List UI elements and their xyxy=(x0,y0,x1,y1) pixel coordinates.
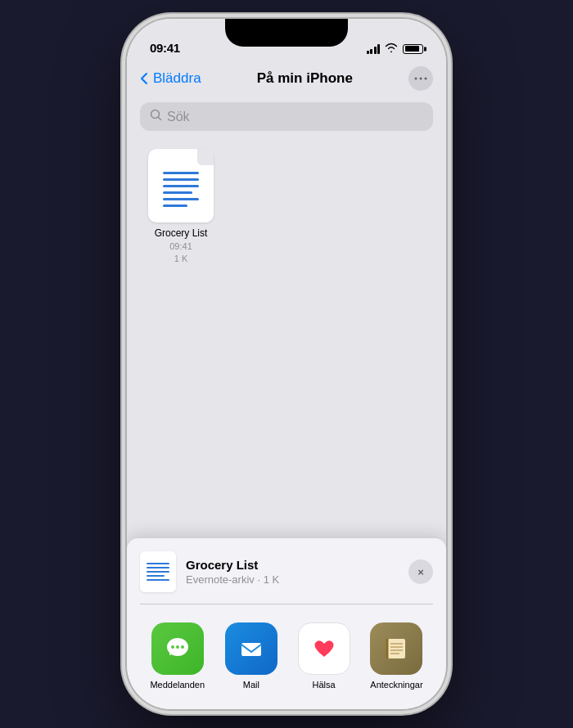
file-corner xyxy=(197,149,214,165)
svg-point-2 xyxy=(425,78,427,80)
sheet-file-subtitle: Evernote-arkiv · 1 K xyxy=(186,573,279,586)
svg-point-5 xyxy=(171,645,174,649)
file-item[interactable]: Grocery List 09:41 1 K xyxy=(140,149,222,266)
svg-point-7 xyxy=(181,645,184,649)
nav-back-button[interactable]: Bläddra xyxy=(140,70,201,87)
svg-point-0 xyxy=(415,78,417,80)
phone-screen: 09:41 xyxy=(127,19,446,709)
sheet-text-info: Grocery List Evernote-arkiv · 1 K xyxy=(186,558,279,586)
status-icons xyxy=(367,43,424,55)
share-app-health[interactable]: Hälsa xyxy=(298,622,350,690)
messages-app-label: Meddelanden xyxy=(150,680,205,690)
sheet-file-info: Grocery List Evernote-arkiv · 1 K xyxy=(140,551,279,592)
share-app-notes[interactable]: Anteckningar xyxy=(370,622,422,690)
file-name: Grocery List xyxy=(155,227,208,239)
notes-app-icon xyxy=(370,622,422,675)
mail-app-icon xyxy=(225,622,277,675)
nav-back-label: Bläddra xyxy=(153,70,201,87)
svg-point-6 xyxy=(176,645,179,649)
sheet-header: Grocery List Evernote-arkiv · 1 K × xyxy=(140,551,433,604)
bottom-sheet: Grocery List Evernote-arkiv · 1 K × xyxy=(127,538,446,709)
sheet-file-title: Grocery List xyxy=(186,558,279,572)
nav-more-button[interactable] xyxy=(408,66,433,91)
nav-title: På min iPhone xyxy=(257,70,353,87)
sheet-file-icon xyxy=(140,551,176,592)
svg-rect-8 xyxy=(241,643,261,656)
svg-rect-9 xyxy=(387,639,405,658)
nav-bar: Bläddra På min iPhone xyxy=(127,60,446,99)
search-bar[interactable]: Sök xyxy=(140,102,433,131)
file-icon xyxy=(148,149,214,222)
file-grid: Grocery List 09:41 1 K xyxy=(127,141,446,419)
messages-app-icon xyxy=(151,622,204,675)
health-app-icon xyxy=(298,622,350,675)
search-placeholder: Sök xyxy=(167,110,190,124)
share-app-messages[interactable]: Meddelanden xyxy=(150,622,205,690)
signal-bars-icon xyxy=(367,44,381,54)
phone-frame: 09:41 xyxy=(127,19,446,709)
share-app-mail[interactable]: Mail xyxy=(225,622,277,690)
sheet-close-button[interactable]: × xyxy=(408,559,433,584)
battery-fill xyxy=(405,46,419,52)
battery-icon xyxy=(403,44,423,54)
search-icon xyxy=(150,109,162,124)
notch xyxy=(225,19,348,47)
mail-app-label: Mail xyxy=(243,680,259,690)
file-lines xyxy=(163,172,199,207)
file-meta: 09:41 1 K xyxy=(169,240,192,266)
health-app-label: Hälsa xyxy=(313,680,336,690)
status-time: 09:41 xyxy=(150,41,180,55)
sheet-mini-lines xyxy=(143,563,173,581)
notes-app-label: Anteckningar xyxy=(370,680,422,690)
svg-point-1 xyxy=(420,78,422,80)
file-time: 09:41 xyxy=(169,240,192,253)
share-apps-row: Meddelanden Mail xyxy=(140,616,433,696)
file-size: 1 K xyxy=(169,253,192,265)
wifi-icon xyxy=(385,43,398,55)
